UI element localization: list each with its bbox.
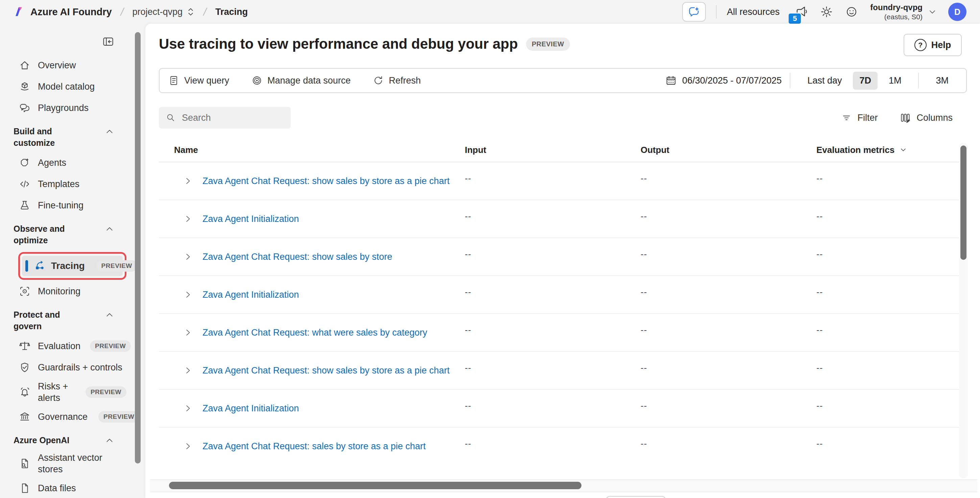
partially-visible-button[interactable] xyxy=(606,496,666,498)
sidebar-item-monitoring[interactable]: Monitoring xyxy=(14,283,145,299)
trace-name-link[interactable]: Zava Agent Chat Request: sales by store … xyxy=(202,441,426,452)
expand-chevron-right-icon[interactable] xyxy=(184,366,192,375)
range-1m-button[interactable]: 1M xyxy=(882,72,908,89)
date-range-picker[interactable]: 06/30/2025 - 07/07/2025 xyxy=(666,75,781,86)
expand-chevron-right-icon[interactable] xyxy=(184,177,192,185)
sidebar-item-evaluation[interactable]: Evaluation PREVIEW xyxy=(14,338,145,354)
monitoring-icon xyxy=(19,286,30,297)
trace-name-link[interactable]: Zava Agent Initialization xyxy=(202,214,299,224)
announcements-button[interactable]: 5 xyxy=(794,5,808,19)
columns-button[interactable]: Columns xyxy=(900,112,953,123)
trace-name-link[interactable]: Zava Agent Chat Request: show sales by s… xyxy=(202,176,450,187)
sidebar-item-fine-tuning[interactable]: Fine-tuning xyxy=(14,197,145,214)
columns-edit-icon xyxy=(900,112,911,123)
sidebar-scrollbar[interactable] xyxy=(135,32,141,463)
evaluation-cell: -- xyxy=(816,314,967,351)
copilot-button[interactable] xyxy=(682,2,706,22)
chevron-down-icon[interactable] xyxy=(928,8,937,16)
input-cell: -- xyxy=(465,314,641,351)
expand-chevron-right-icon[interactable] xyxy=(184,214,192,223)
filter-button[interactable]: Filter xyxy=(842,113,878,123)
chevron-up-icon xyxy=(105,434,114,445)
breadcrumb-project-switcher[interactable]: project-qvpg xyxy=(132,6,195,17)
copilot-chat-sparkle-icon xyxy=(687,5,700,18)
sidebar-item-assistant-vector-stores[interactable]: Assistant vector stores xyxy=(14,452,145,475)
bank-icon xyxy=(19,411,30,423)
sidebar-item-risks-alerts[interactable]: Risks + alerts PREVIEW xyxy=(14,381,145,404)
table-header-row: Name Input Output Evaluation metrics xyxy=(159,138,967,163)
home-icon xyxy=(19,59,30,71)
refresh-icon xyxy=(373,75,384,86)
range-7d-button[interactable]: 7D xyxy=(853,72,878,89)
input-cell: -- xyxy=(465,238,641,275)
table-horizontal-scrollbar[interactable] xyxy=(169,482,581,489)
sidebar-section-observe-and-optimize[interactable]: Observe and optimize xyxy=(14,223,145,246)
traces-table: Name Input Output Evaluation metrics Zav… xyxy=(159,138,967,465)
view-query-button[interactable]: View query xyxy=(169,75,229,86)
settings-button[interactable] xyxy=(820,5,833,18)
chevron-up-icon xyxy=(105,309,114,320)
refresh-button[interactable]: Refresh xyxy=(373,75,421,86)
trace-name-link[interactable]: Zava Agent Initialization xyxy=(202,403,299,414)
collapse-sidebar-button[interactable] xyxy=(102,35,114,48)
trace-name-link[interactable]: Zava Agent Chat Request: what were sales… xyxy=(202,327,427,338)
column-header-name[interactable]: Name xyxy=(174,145,465,155)
preview-badge: PREVIEW xyxy=(99,411,139,423)
help-button[interactable]: ? Help xyxy=(904,34,962,56)
model-catalog-icon xyxy=(19,81,30,93)
expand-chevron-right-icon[interactable] xyxy=(184,328,192,337)
table-row: Zava Agent Chat Request: show sales by s… xyxy=(159,352,967,390)
app-brand[interactable]: Azure AI Foundry xyxy=(13,6,112,18)
evaluation-cell: -- xyxy=(816,390,967,427)
trace-name-link[interactable]: Zava Agent Chat Request: show sales by s… xyxy=(202,252,392,262)
table-vertical-scrollbar[interactable] xyxy=(960,145,966,260)
evaluation-cell: -- xyxy=(816,200,967,238)
account-info[interactable]: foundry-qvpg (eastus, S0) xyxy=(870,3,923,21)
sidebar-item-guardrails-controls[interactable]: Guardrails + controls xyxy=(14,359,145,375)
sidebar-item-data-files[interactable]: Data files xyxy=(14,480,145,496)
sidebar-item-tracing[interactable]: Tracing PREVIEW xyxy=(22,256,123,276)
breadcrumb-page: Tracing xyxy=(215,7,248,17)
breadcrumb-project-label: project-qvpg xyxy=(132,7,183,17)
trace-name-link[interactable]: Zava Agent Initialization xyxy=(202,290,299,300)
trace-name-link[interactable]: Zava Agent Chat Request: show sales by s… xyxy=(202,366,450,376)
sidebar-item-model-catalog[interactable]: Model catalog xyxy=(14,78,145,95)
sidebar-section-protect-and-govern[interactable]: Protect and govern xyxy=(14,309,145,332)
input-cell: -- xyxy=(465,163,641,200)
sidebar-item-playgrounds[interactable]: Playgrounds xyxy=(14,100,145,116)
sidebar-section-build-and-customize[interactable]: Build and customize xyxy=(14,126,145,148)
output-cell: -- xyxy=(641,238,816,275)
sidebar-section-azure-openai[interactable]: Azure OpenAI xyxy=(14,434,145,446)
sidebar-item-overview[interactable]: Overview xyxy=(14,57,145,73)
feedback-button[interactable] xyxy=(845,5,858,18)
range-3m-button[interactable]: 3M xyxy=(929,72,955,89)
table-horizontal-scrollbar-track xyxy=(150,479,977,492)
selected-indicator xyxy=(25,260,28,272)
expand-chevron-right-icon[interactable] xyxy=(184,290,192,299)
column-header-output[interactable]: Output xyxy=(641,145,816,155)
output-cell: -- xyxy=(641,200,816,238)
sidebar-item-agents[interactable]: Agents xyxy=(14,155,145,171)
data-source-target-icon xyxy=(251,75,262,86)
topbar-right-cluster: All resources 5 xyxy=(682,2,971,22)
scales-icon xyxy=(19,340,30,352)
expand-chevron-right-icon[interactable] xyxy=(184,404,192,413)
manage-data-source-button[interactable]: Manage data source xyxy=(251,75,350,86)
all-resources-link[interactable]: All resources xyxy=(727,7,780,17)
column-header-input[interactable]: Input xyxy=(465,145,641,155)
evaluation-cell: -- xyxy=(816,163,967,200)
search-input[interactable] xyxy=(181,112,284,123)
table-row: Zava Agent Initialization -- -- -- xyxy=(159,276,967,314)
expand-chevron-right-icon[interactable] xyxy=(184,252,192,261)
range-last-day-button[interactable]: Last day xyxy=(801,72,848,89)
expand-chevron-right-icon[interactable] xyxy=(184,442,192,451)
column-header-evaluation-metrics[interactable]: Evaluation metrics xyxy=(816,145,967,155)
toolbar-divider xyxy=(918,73,919,88)
query-list-icon xyxy=(169,75,179,86)
sidebar-item-governance[interactable]: Governance PREVIEW xyxy=(14,409,145,425)
sidebar-item-templates[interactable]: Templates xyxy=(14,176,145,192)
toolbar-divider xyxy=(790,73,791,88)
agents-icon xyxy=(19,157,30,169)
help-label: Help xyxy=(931,40,951,50)
avatar[interactable]: D xyxy=(948,3,966,21)
